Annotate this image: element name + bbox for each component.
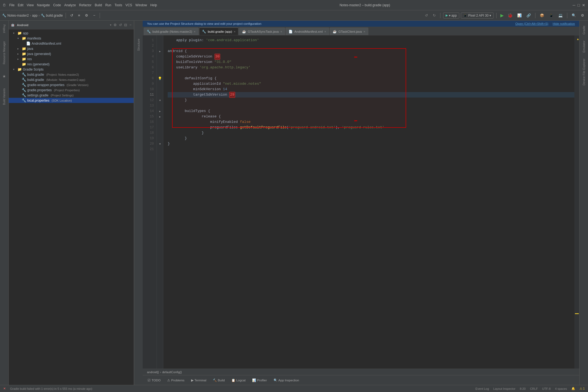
menu-file[interactable]: File [9,3,14,7]
tab-gtask[interactable]: ☕ GTaskASyncTask.java × [239,28,285,35]
undo-btn[interactable]: ↺ [423,13,430,18]
close-button[interactable]: ✕ [582,3,585,7]
gutter-5 [157,59,163,65]
bottom-tab-todo[interactable]: ☑ TODO [145,377,163,383]
tree-item-gradle-props[interactable]: 🔧 gradle.properties (Project Properties) [9,87,134,93]
tree-item-res[interactable]: ▸ 📁 res [9,56,134,62]
fold-buildtypes[interactable]: ▸ [159,110,161,113]
device-file-panel-label[interactable]: Device File Explorer [581,56,587,87]
app-config-dropdown[interactable]: ▶ ▾ app [443,13,459,19]
line-6: 6 [143,65,154,70]
java-gen-folder-icon: 📁 [22,52,26,56]
sidebar-build-variants-icon[interactable]: Build Variants [3,88,6,105]
tree-item-local-props[interactable]: 🔧 local.properties (SDK Location) [9,98,134,103]
tab-close-gtaskclient[interactable]: × [363,30,365,33]
code-4-num: 30 [215,54,220,60]
tree-item-gradle-scripts[interactable]: ▾ 📁 Gradle Scripts [9,67,134,72]
fold-release[interactable]: ▸ [159,115,161,118]
menu-build[interactable]: Build [95,3,102,7]
menu-vcs[interactable]: VCS [125,3,132,7]
collapse-btn[interactable]: − [91,13,97,18]
settings-main-btn[interactable]: ⚙ [579,13,586,18]
structure-label[interactable]: Structure [136,37,141,53]
code-line-20: } [168,141,575,147]
sidebar-project-icon[interactable]: Project [2,23,7,34]
bottom-tab-logcat[interactable]: 📋 Logcat [229,377,249,383]
tab-label-manifest: AndroidManifest.xml [294,30,323,33]
tree-item-build-gradle-app[interactable]: 🔧 build.gradle (Module: Notes-master2.ap… [9,77,134,82]
layout-inspector-label[interactable]: Layout Inspector [493,387,515,390]
tree-item-androidmanifest[interactable]: 📄 AndroidManifest.xml [9,41,134,46]
sidebar-resource-icon[interactable]: Resource Manager [3,41,6,64]
status-encoding[interactable]: UTF-8 [542,387,551,390]
profile-button[interactable]: 📊 [516,13,523,18]
run-button[interactable]: ▶ [499,12,505,19]
menu-window[interactable]: Window [135,3,147,7]
device-manager-btn[interactable]: 💻 [557,13,564,18]
sdk-manager-btn[interactable]: 📦 [538,13,546,18]
hide-notification-link[interactable]: Hide notification [553,22,575,25]
menu-edit[interactable]: Edit [18,3,23,7]
open-project-structure-link[interactable]: Open (Ctrl+Alt+Shift+S) [515,22,548,25]
settings-btn[interactable]: ⚙ [83,13,90,18]
bulb-icon[interactable]: 💡 [158,77,162,80]
gutter-14: ▸ [157,108,163,114]
sidebar-fav-icon[interactable]: ★ [2,74,6,78]
tab-build-gradle-project[interactable]: 🔧 build.gradle (Notes-master2) × [144,28,198,35]
debug-button[interactable]: 🐞 [506,12,514,19]
bottom-tab-build[interactable]: 🔨 Build [210,377,228,383]
minimize-button[interactable]: ─ [573,3,575,7]
menu-view[interactable]: View [27,3,34,7]
menu-navigate[interactable]: Navigate [37,3,50,7]
menu-tools[interactable]: Tools [115,3,122,7]
tree-item-manifests[interactable]: ▾ 📁 manifests [9,36,134,41]
bottom-tab-profiler[interactable]: 📊 Profiler [249,377,270,383]
fold-android-close[interactable]: ▾ [159,142,161,146]
bottom-tab-problems[interactable]: ⚠ Problems [164,377,187,383]
tab-gtaskclient[interactable]: ☕ GTaskClient.java × [330,28,368,35]
bottom-tab-terminal[interactable]: ▶ Terminal [188,377,209,383]
panel-settings-icon[interactable]: ⚙ [114,23,117,27]
sync-btn[interactable]: ↺ [69,13,75,18]
status-crlf[interactable]: CRLF [530,387,538,390]
redo-btn[interactable]: ↻ [431,13,437,18]
menu-refactor[interactable]: Refactor [79,3,91,7]
structure-btn[interactable]: ≡ [76,13,82,18]
tree-item-build-gradle-proj[interactable]: 🔧 build.gradle (Project: Notes-master2) [9,72,134,77]
tree-item-app[interactable]: ▾ 📁 app [9,31,134,36]
line-19: 19 [143,136,154,141]
menu-code[interactable]: Code [53,3,61,7]
tree-item-settings-gradle[interactable]: 🔧 settings.gradle (Project Settings) [9,93,134,98]
menu-analyze[interactable]: Analyze [64,3,76,7]
tab-close-build-gradle-project[interactable]: × [194,30,195,33]
tree-item-java-gen[interactable]: ▸ 📁 java (generated) [9,51,134,56]
menu-help[interactable]: Help [150,3,157,7]
status-indent[interactable]: 4 spaces [555,387,567,390]
tab-build-gradle-app[interactable]: 🔧 build.gradle (app) × [199,28,238,35]
panel-collapse-icon[interactable]: ⊟ [124,23,127,27]
tree-item-res-gen[interactable]: 📁 res (generated) [9,62,134,67]
code-editor[interactable]: ⬅ ⬅ ▲ apply plugin: 'com.android.applica… [163,35,579,369]
fold-defaultconfig[interactable]: ▾ [159,99,161,102]
notification-actions: Open (Ctrl+Alt+Shift+S) Hide notificatio… [515,22,575,25]
emulator-panel-label[interactable]: Emulator [581,38,587,55]
tab-androidmanifest[interactable]: 📄 AndroidManifest.xml × [286,28,329,35]
tab-close-manifest[interactable]: × [324,30,326,33]
event-log-label[interactable]: Event Log [476,387,489,390]
tree-item-java[interactable]: ▸ 📁 java [9,46,134,51]
toolbar-sep2 [100,13,100,18]
search-everywhere-btn[interactable]: 🔍 [570,13,578,18]
avd-manager-btn[interactable]: 📱 [547,13,555,18]
maximize-button[interactable]: □ [578,3,580,7]
attach-debugger-btn[interactable]: 🔗 [525,13,532,18]
gradle-panel-label[interactable]: Gradle [581,23,587,37]
device-dropdown[interactable]: 📱 Pixel 2 API 30 ▾ [461,13,494,19]
bottom-tab-app-inspection[interactable]: 🔍 App Inspection [271,377,302,383]
fold-android[interactable]: ▸ [159,50,161,53]
menu-run[interactable]: Run [105,3,111,7]
tab-close-gtask[interactable]: × [280,30,282,33]
panel-sync-icon[interactable]: ↺ [119,23,122,27]
tree-item-gradle-wrapper[interactable]: 🔧 gradle-wrapper.properties (Gradle Vers… [9,82,134,87]
tab-close-build-gradle-app[interactable]: × [234,30,235,33]
panel-hide-icon[interactable]: − [129,23,131,27]
